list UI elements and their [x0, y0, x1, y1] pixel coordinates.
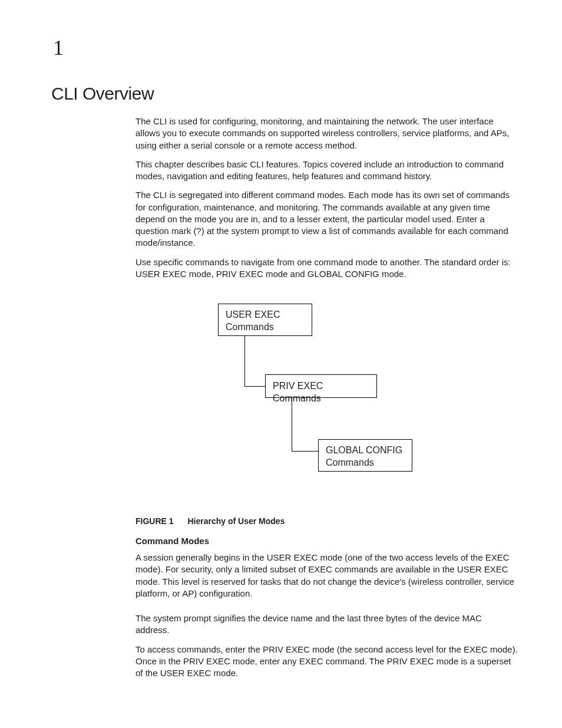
figure-number: FIGURE 1 — [135, 516, 174, 526]
hierarchy-diagram: USER EXEC Commands PRIV EXEC Commands GL… — [135, 298, 518, 504]
chapter-number: 1 — [53, 35, 518, 60]
diagram-text: GLOBAL CONFIG — [326, 444, 405, 457]
figure-label: FIGURE 1 Hierarchy of User Modes — [135, 516, 518, 527]
diagram-connector — [244, 336, 245, 386]
diagram-text: Commands — [226, 321, 305, 334]
diagram-connector — [292, 451, 318, 452]
page-title: CLI Overview — [51, 84, 520, 104]
diagram-box-user-exec: USER EXEC Commands — [218, 304, 312, 336]
body-paragraph: To access commands, enter the PRIV EXEC … — [135, 644, 518, 680]
body-paragraph: A session generally begins in the USER E… — [135, 552, 518, 599]
figure-caption: Hierarchy of User Modes — [187, 516, 285, 526]
diagram-connector — [292, 398, 292, 451]
body-paragraph: The CLI is used for configuring, monitor… — [135, 116, 518, 151]
diagram-text: USER EXEC — [226, 309, 305, 321]
diagram-connector — [244, 386, 265, 387]
diagram-text: PRIV EXEC Commands — [273, 380, 369, 405]
diagram-box-priv-exec: PRIV EXEC Commands — [265, 374, 377, 398]
subheading: Command Modes — [135, 535, 518, 547]
body-paragraph: Use specific commands to navigate from o… — [135, 256, 518, 281]
diagram-box-global-config: GLOBAL CONFIG Commands — [318, 439, 412, 472]
body-paragraph: This chapter describes basic CLI feature… — [135, 159, 518, 183]
body-paragraph: The system prompt signifies the device n… — [135, 612, 518, 637]
diagram-text: Commands — [326, 457, 405, 469]
body-paragraph: The CLI is segregated into different com… — [135, 189, 518, 249]
